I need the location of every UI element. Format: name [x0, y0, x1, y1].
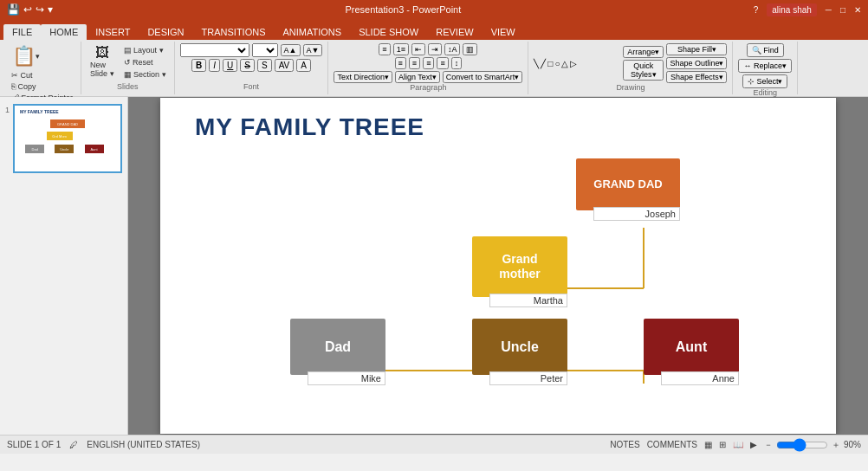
- line-spacing-btn[interactable]: ↕: [451, 57, 463, 69]
- zoom-slider[interactable]: [776, 441, 828, 449]
- italic-btn[interactable]: I: [209, 59, 220, 72]
- quick-styles-btn[interactable]: QuickStyles▾: [623, 60, 664, 81]
- tab-review[interactable]: REVIEW: [427, 24, 482, 40]
- node-uncle[interactable]: Uncle Peter: [472, 319, 567, 375]
- notes-btn[interactable]: NOTES: [610, 440, 639, 449]
- increase-font-btn[interactable]: A▲: [281, 44, 301, 56]
- shape-1[interactable]: ╲: [534, 59, 539, 68]
- slides-label: Slides: [117, 82, 139, 93]
- para-row2: ≡ ≡ ≡ ≡ ↕: [395, 57, 463, 69]
- underline-btn[interactable]: U: [223, 59, 237, 72]
- decrease-indent-btn[interactable]: ⇤: [411, 43, 425, 55]
- tab-file[interactable]: FILE: [3, 24, 41, 40]
- aunt-name: Anne: [661, 371, 739, 385]
- node-dad[interactable]: Dad Mike: [290, 319, 385, 375]
- dad-name: Mike: [308, 371, 385, 385]
- font-family-select[interactable]: [180, 43, 249, 57]
- status-right: NOTES COMMENTS ▦ ⊞ 📖 ▶ － ＋ 90%: [610, 439, 861, 451]
- normal-view-btn[interactable]: ▦: [704, 440, 712, 449]
- tab-design[interactable]: DESIGN: [139, 24, 192, 40]
- clipboard-content: 📋 ▾ ✂ Cut ⎘ Copy 🖌 Format Painter: [9, 43, 75, 103]
- node-granddad[interactable]: GRAND DAD Joseph: [576, 158, 680, 210]
- comments-btn[interactable]: COMMENTS: [647, 440, 697, 449]
- shape-fill-btn[interactable]: Shape Fill▾: [666, 43, 727, 55]
- layout-btn[interactable]: ▤ Layout ▾: [121, 45, 169, 55]
- reset-btn[interactable]: ↺ Reset: [121, 57, 169, 68]
- shape-effects-btn[interactable]: Shape Effects▾: [666, 71, 727, 83]
- tab-slideshow[interactable]: SLIDE SHOW: [350, 24, 427, 40]
- char-spacing-btn[interactable]: AV: [275, 59, 295, 72]
- tab-transitions[interactable]: TRANSITIONS: [193, 24, 275, 40]
- grandmother-box: Grand mother: [472, 236, 567, 297]
- font-size-select[interactable]: [252, 43, 278, 57]
- text-columns-btn[interactable]: ▥: [463, 43, 477, 55]
- ribbon-tabs: FILE HOME INSERT DESIGN TRANSITIONS ANIM…: [0, 19, 868, 40]
- copy-btn[interactable]: ⎘ Copy: [9, 81, 39, 92]
- quick-access-toolbar: 💾 ↩ ↪ ▾: [7, 3, 53, 16]
- tab-view[interactable]: VIEW: [483, 24, 524, 40]
- strikethrough-btn[interactable]: S: [240, 59, 255, 72]
- node-grandmother[interactable]: Grand mother Martha: [472, 236, 567, 297]
- align-right-btn[interactable]: ≡: [423, 57, 434, 69]
- align-text-btn[interactable]: Align Text▾: [395, 71, 440, 83]
- reading-view-btn[interactable]: 📖: [733, 440, 743, 449]
- select-btn[interactable]: ⊹ Select▾: [742, 74, 788, 88]
- tab-animations[interactable]: ANIMATIONS: [275, 24, 351, 40]
- shape-3[interactable]: □: [547, 59, 553, 68]
- granddad-box: GRAND DAD: [576, 158, 680, 210]
- slide[interactable]: MY FAMILY TREEE GR: [160, 98, 836, 434]
- slideshow-btn[interactable]: ▶: [750, 440, 757, 449]
- shape-5[interactable]: △: [561, 59, 568, 68]
- shape-outline-btn[interactable]: Shape Outline▾: [666, 57, 727, 69]
- find-btn[interactable]: 🔍 Find: [747, 43, 784, 57]
- replace-btn[interactable]: ↔ Replace▾: [738, 59, 792, 73]
- title-bar-left: 💾 ↩ ↪ ▾: [7, 3, 53, 16]
- font-row2: B I U S S AV A: [191, 59, 311, 72]
- justify-btn[interactable]: ≡: [437, 57, 448, 69]
- text-direction-btn[interactable]: ↕A: [444, 43, 461, 55]
- help-btn[interactable]: ?: [754, 5, 759, 15]
- drawing-label: Drawing: [616, 83, 645, 94]
- shadow-btn[interactable]: S: [257, 59, 272, 72]
- shape-4[interactable]: ○: [554, 59, 560, 68]
- maximize-btn[interactable]: □: [840, 5, 845, 15]
- new-slide-btn[interactable]: 🖼 NewSlide ▾: [87, 43, 118, 80]
- ribbon-group-clipboard: 📋 ▾ ✂ Cut ⎘ Copy 🖌 Format Painter Clipbo…: [3, 42, 81, 94]
- ribbon: 📋 ▾ ✂ Cut ⎘ Copy 🖌 Format Painter Clipbo…: [0, 40, 868, 97]
- paste-btn[interactable]: 📋 ▾: [9, 43, 43, 69]
- shape-6[interactable]: ▷: [570, 59, 577, 68]
- arrange-btn[interactable]: Arrange▾: [623, 46, 664, 58]
- thumb-title: MY FAMILY TREEE: [20, 109, 59, 114]
- new-slide-label: NewSlide ▾: [90, 61, 114, 78]
- minimize-btn[interactable]: ─: [826, 5, 832, 15]
- font-color-btn[interactable]: A: [296, 59, 311, 72]
- align-left-btn[interactable]: ≡: [395, 57, 406, 69]
- cut-btn[interactable]: ✂ Cut: [9, 70, 36, 81]
- increase-indent-btn[interactable]: ⇥: [428, 43, 442, 55]
- paragraph-label: Paragraph: [410, 83, 446, 94]
- smartart-btn[interactable]: Convert to SmartArt▾: [443, 71, 523, 83]
- save-qat-btn[interactable]: 💾: [7, 3, 20, 16]
- slide-panel: 1 MY FAMILY TREEE GRAND DAD Grd Mom Dad …: [0, 97, 128, 435]
- slide-thumbnail[interactable]: MY FAMILY TREEE GRAND DAD Grd Mom Dad Un…: [13, 104, 122, 173]
- align-center-btn[interactable]: ≡: [409, 57, 420, 69]
- redo-qat-btn[interactable]: ↪: [36, 3, 44, 16]
- section-btn[interactable]: ▦ Section ▾: [121, 69, 169, 80]
- numbered-list-btn[interactable]: 1≡: [393, 43, 409, 55]
- slides-content: 🖼 NewSlide ▾ ▤ Layout ▾ ↺ Reset ▦ Sectio…: [87, 43, 169, 82]
- bullet-list-btn[interactable]: ≡: [379, 43, 390, 55]
- undo-qat-btn[interactable]: ↩: [23, 3, 32, 16]
- zoom-out-btn[interactable]: －: [764, 439, 773, 451]
- slide-sorter-btn[interactable]: ⊞: [719, 440, 726, 449]
- shape-2[interactable]: ╱: [541, 59, 546, 68]
- notes-icon: 🖊: [69, 440, 78, 449]
- paste-label: ▾: [36, 52, 40, 61]
- node-aunt[interactable]: Aunt Anne: [644, 319, 739, 375]
- tab-insert[interactable]: INSERT: [87, 24, 139, 40]
- close-btn[interactable]: ✕: [854, 5, 861, 15]
- tab-home[interactable]: HOME: [41, 24, 87, 40]
- bold-btn[interactable]: B: [191, 59, 206, 72]
- text-direction2-btn[interactable]: Text Direction▾: [334, 71, 392, 83]
- zoom-in-btn[interactable]: ＋: [832, 439, 840, 451]
- decrease-font-btn[interactable]: A▼: [303, 44, 323, 56]
